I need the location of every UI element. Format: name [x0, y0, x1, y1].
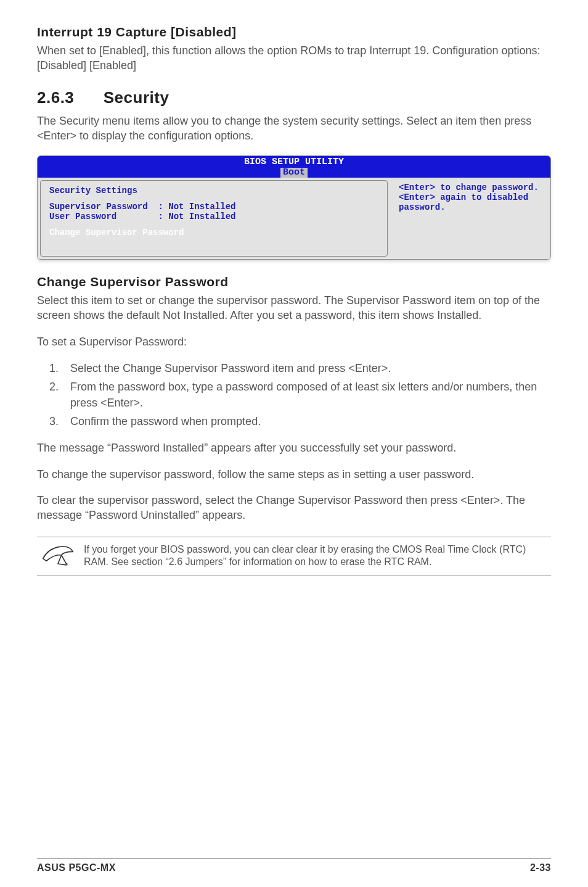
change-sup-p2: To set a Supervisor Password: — [37, 334, 551, 349]
bios-left-pane: Security Settings Supervisor Password : … — [40, 180, 388, 257]
change-sup-p4: To change the supervisor password, follo… — [37, 467, 551, 482]
change-sup-p1: Select this item to set or change the su… — [37, 293, 551, 323]
footer-product: ASUS P5GC-MX — [37, 862, 116, 873]
heading-change-supervisor: Change Supervisor Password — [37, 274, 551, 289]
bios-body: Security Settings Supervisor Password : … — [38, 178, 550, 259]
change-sup-p5: To clear the supervisor password, select… — [37, 493, 551, 523]
step-2: From the password box, type a password c… — [62, 379, 551, 411]
bios-user-row: User Password : Not Installed — [49, 212, 378, 221]
bios-titlebar: BIOS SETUP UTILITY Boot — [38, 156, 550, 178]
note-box: If you forget your BIOS password, you ca… — [37, 537, 551, 576]
heading-interrupt-19: Interrupt 19 Capture [Disabled] — [37, 25, 551, 39]
bios-screenshot: BIOS SETUP UTILITY Boot Security Setting… — [37, 155, 551, 260]
body-interrupt-19: When set to [Enabled], this function all… — [37, 43, 551, 73]
change-sup-p3: The message “Password Installed” appears… — [37, 440, 551, 455]
footer-page-number: 2-33 — [530, 862, 551, 873]
step-1: Select the Change Supervisor Password it… — [62, 360, 551, 376]
bios-help-text: <Enter> to change password. <Enter> agai… — [399, 183, 542, 212]
bios-change-supervisor-item: Change Supervisor Password — [49, 228, 378, 237]
bios-active-tab: Boot — [280, 168, 308, 178]
note-text: If you forget your BIOS password, you ca… — [84, 543, 551, 569]
bios-security-settings-header: Security Settings — [49, 186, 378, 196]
bios-supervisor-row: Supervisor Password : Not Installed — [49, 202, 378, 212]
section-title: Security — [104, 88, 169, 107]
steps-list: Select the Change Supervisor Password it… — [62, 360, 551, 429]
bios-title: BIOS SETUP UTILITY — [244, 157, 344, 167]
heading-security: 2.6.3 Security — [37, 88, 551, 107]
page-footer: ASUS P5GC-MX 2-33 — [37, 858, 551, 873]
section-number: 2.6.3 — [37, 88, 99, 107]
step-3: Confirm the password when prompted. — [62, 413, 551, 429]
note-icon — [37, 543, 73, 569]
body-security: The Security menu items allow you to cha… — [37, 113, 551, 144]
bios-help-pane: <Enter> to change password. <Enter> agai… — [390, 178, 550, 259]
